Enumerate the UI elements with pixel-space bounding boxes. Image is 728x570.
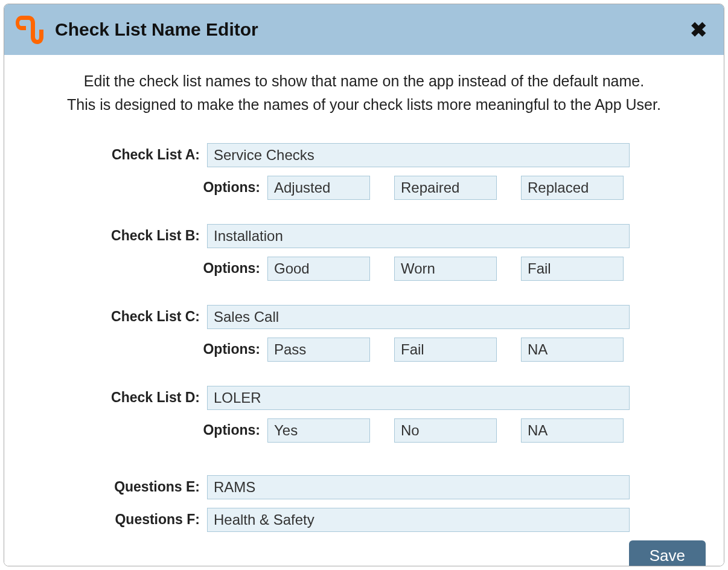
input-checklist-d-name[interactable]	[207, 386, 630, 410]
titlebar: Check List Name Editor ✖	[4, 4, 724, 55]
input-checklist-a-opt2[interactable]	[394, 176, 497, 200]
label-questions-f: Questions F:	[98, 511, 207, 528]
checklist-form: Check List A: Options: Check List B: Opt…	[98, 143, 630, 540]
dialog-footer: Save	[22, 540, 706, 567]
input-checklist-b-name[interactable]	[207, 224, 630, 248]
label-options-a: Options:	[98, 179, 267, 196]
label-checklist-b: Check List B:	[98, 228, 207, 244]
input-checklist-b-opt2[interactable]	[394, 257, 497, 281]
app-logo-icon	[13, 13, 46, 46]
save-button[interactable]: Save	[629, 540, 706, 567]
dialog-title: Check List Name Editor	[55, 19, 686, 40]
input-checklist-a-opt1[interactable]	[267, 176, 370, 200]
input-questions-e[interactable]	[207, 475, 630, 499]
input-checklist-b-opt1[interactable]	[267, 257, 370, 281]
input-questions-f[interactable]	[207, 508, 630, 532]
input-checklist-c-opt2[interactable]	[394, 338, 497, 362]
close-icon[interactable]: ✖	[686, 17, 710, 42]
dialog-content: Edit the check list names to show that n…	[4, 55, 724, 566]
intro-line-1: Edit the check list names to show that n…	[84, 72, 644, 89]
input-checklist-a-name[interactable]	[207, 143, 630, 167]
label-checklist-d: Check List D:	[98, 389, 207, 406]
input-checklist-d-opt2[interactable]	[394, 418, 497, 443]
label-checklist-c: Check List C:	[98, 309, 207, 325]
label-options-d: Options:	[98, 422, 267, 438]
input-checklist-d-opt3[interactable]	[521, 418, 624, 443]
input-checklist-a-opt3[interactable]	[521, 176, 624, 200]
label-options-c: Options:	[98, 341, 267, 357]
input-checklist-d-opt1[interactable]	[267, 418, 370, 443]
dialog-editor: Check List Name Editor ✖ Edit the check …	[4, 4, 724, 566]
intro-line-2: This is designed to make the names of yo…	[67, 96, 661, 113]
label-options-b: Options:	[98, 260, 267, 277]
intro-text: Edit the check list names to show that n…	[22, 69, 706, 117]
input-checklist-b-opt3[interactable]	[521, 257, 624, 281]
label-checklist-a: Check List A:	[98, 147, 207, 163]
input-checklist-c-name[interactable]	[207, 305, 630, 329]
label-questions-e: Questions E:	[98, 479, 207, 495]
input-checklist-c-opt1[interactable]	[267, 338, 370, 362]
input-checklist-c-opt3[interactable]	[521, 338, 624, 362]
